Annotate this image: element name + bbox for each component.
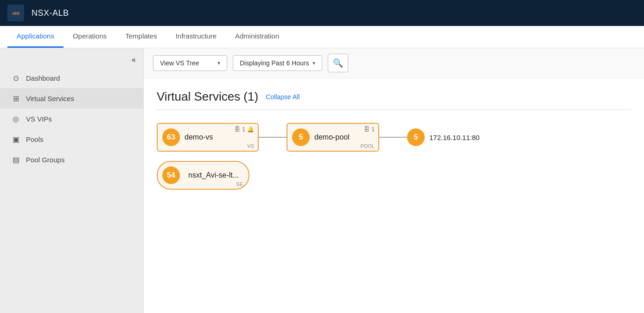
section-divider <box>157 109 631 110</box>
sidebar-item-pool-groups[interactable]: ▤ Pool Groups <box>0 149 143 170</box>
pool-name: demo-pool <box>314 133 350 141</box>
vs-title-row: Virtual Services (1) Collapse All <box>157 89 631 104</box>
logo-text: vm <box>13 10 19 16</box>
sidebar-item-label: Pool Groups <box>26 156 64 164</box>
se-count: 54 <box>162 166 180 184</box>
vs-area: Virtual Services (1) Collapse All 🗄 1 🔔 … <box>144 78 644 201</box>
tab-administration[interactable]: Administration <box>226 26 288 48</box>
pool-node[interactable]: 🗄 1 5 demo-pool POOL <box>287 123 379 152</box>
tab-operations[interactable]: Operations <box>64 26 116 48</box>
view-vs-tree-label: View VS Tree <box>160 59 199 67</box>
vs-node[interactable]: 🗄 1 🔔 63 demo-vs VS <box>157 123 259 152</box>
bell-icon: 🔔 <box>247 126 254 133</box>
vs-node-icons: 🗄 1 🔔 <box>235 126 254 133</box>
search-icon: 🔍 <box>333 58 343 68</box>
sidebar: « ⊙ Dashboard ⊞ Virtual Services ◎ VS VI… <box>0 48 144 313</box>
tab-templates[interactable]: Templates <box>116 26 166 48</box>
vs-type-label: VS <box>247 143 254 149</box>
displaying-dropdown[interactable]: Displaying Past 6 Hours ▾ <box>233 55 322 71</box>
sidebar-item-dashboard[interactable]: ⊙ Dashboard <box>0 68 143 88</box>
sidebar-item-virtual-services[interactable]: ⊞ Virtual Services <box>0 88 143 109</box>
vs-name: demo-vs <box>185 133 213 141</box>
tab-infrastructure[interactable]: Infrastructure <box>166 26 226 48</box>
pool-count-badge: 1 <box>371 126 375 133</box>
main-nav: Applications Operations Templates Infras… <box>0 26 644 48</box>
sidebar-item-label: Dashboard <box>26 74 60 82</box>
topbar: vm NSX-ALB <box>0 0 644 26</box>
search-button[interactable]: 🔍 <box>328 54 348 72</box>
virtual-services-icon: ⊞ <box>11 94 20 103</box>
pool-groups-icon: ▤ <box>11 155 20 164</box>
se-name: nsxt_Avi-se-lt... <box>188 171 239 179</box>
logo: vm <box>7 5 24 21</box>
server-count: 5 <box>407 128 425 146</box>
se-node[interactable]: 54 nsxt_Avi-se-lt... SE <box>157 161 249 190</box>
se-container: 54 nsxt_Avi-se-lt... SE <box>157 161 631 190</box>
vs-count: 63 <box>162 128 180 146</box>
vs-section-title: Virtual Services (1) <box>157 89 258 104</box>
vs-pool-connector <box>259 137 287 138</box>
app-title: NSX-ALB <box>32 8 69 18</box>
view-vs-tree-dropdown[interactable]: View VS Tree ▾ <box>153 55 227 71</box>
database-icon: 🗄 <box>235 126 240 133</box>
sidebar-item-pools[interactable]: ▣ Pools <box>0 129 143 149</box>
sidebar-header: « <box>0 52 143 68</box>
chevron-down-icon: ▾ <box>312 60 315 66</box>
main-panel: View VS Tree ▾ Displaying Past 6 Hours ▾… <box>144 48 644 313</box>
chevron-down-icon: ▾ <box>217 60 220 66</box>
vs-count-badge: 1 <box>242 126 245 133</box>
pools-icon: ▣ <box>11 134 20 144</box>
sidebar-item-label: Pools <box>26 135 44 143</box>
sidebar-collapse-button[interactable]: « <box>132 56 136 64</box>
content-area: « ⊙ Dashboard ⊞ Virtual Services ◎ VS VI… <box>0 48 644 313</box>
sidebar-item-label: VS VIPs <box>26 115 52 123</box>
tab-applications[interactable]: Applications <box>7 26 64 48</box>
dashboard-icon: ⊙ <box>11 73 20 83</box>
server-node[interactable]: 5 172.16.10.11:80 <box>407 128 479 146</box>
displaying-label: Displaying Past 6 Hours <box>240 59 309 67</box>
vs-vips-icon: ◎ <box>11 114 20 123</box>
pool-node-icons: 🗄 1 <box>364 126 375 133</box>
server-ip: 172.16.10.11:80 <box>429 134 479 141</box>
sidebar-item-vs-vips[interactable]: ◎ VS VIPs <box>0 109 143 129</box>
pool-type-label: POOL <box>360 143 375 149</box>
toolbar: View VS Tree ▾ Displaying Past 6 Hours ▾… <box>144 48 644 78</box>
sidebar-item-label: Virtual Services <box>26 95 74 102</box>
se-type-label: SE <box>236 181 243 187</box>
database-icon: 🗄 <box>364 126 370 133</box>
pool-count: 5 <box>292 128 310 146</box>
pool-server-connector <box>379 137 407 138</box>
tree-row-1: 🗄 1 🔔 63 demo-vs VS 🗄 1 5 <box>157 123 631 152</box>
collapse-all-link[interactable]: Collapse All <box>266 93 300 101</box>
